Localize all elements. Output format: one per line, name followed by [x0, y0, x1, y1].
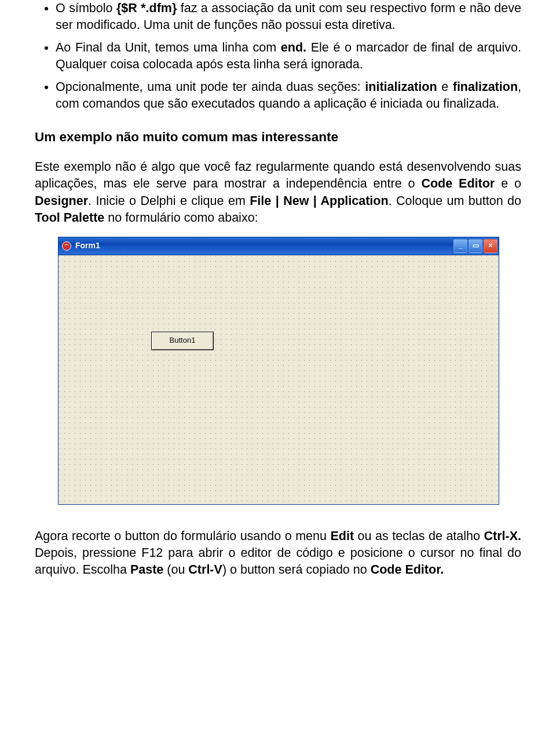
text-bold: end.: [281, 41, 306, 54]
bullet-item: Ao Final da Unit, temos uma linha com en…: [56, 39, 521, 73]
titlebar[interactable]: Form1 _ ▭ ×: [58, 237, 499, 255]
text: . Inicie o Delphi e clique em: [88, 194, 250, 208]
form-client-area[interactable]: Button1: [58, 255, 499, 504]
bullet-list: O símbolo {$R *.dfm} faz a associação da…: [35, 0, 521, 112]
text: (ou: [163, 563, 188, 577]
text: Ao Final da Unit, temos uma linha com: [56, 41, 281, 54]
text: e: [437, 80, 453, 94]
text-bold: Ctrl-X.: [484, 529, 522, 543]
close-button[interactable]: ×: [484, 239, 498, 253]
titlebar-left: Form1: [61, 240, 100, 251]
delphi-icon: [61, 241, 72, 251]
text-bold: finalization: [453, 80, 518, 94]
text: ) o button será copiado no: [222, 563, 371, 577]
text-bold: Edit: [330, 529, 354, 543]
text-bold: {$R *.dfm}: [116, 1, 177, 15]
text-bold: File | New | Application: [250, 194, 388, 208]
button1[interactable]: Button1: [151, 332, 214, 350]
bullet-item: Opcionalmente, uma unit pode ter ainda d…: [56, 79, 521, 112]
form-window: Form1 _ ▭ × Button1: [58, 237, 499, 505]
maximize-button[interactable]: ▭: [469, 239, 482, 253]
bullet-item: O símbolo {$R *.dfm} faz a associação da…: [56, 0, 521, 34]
text-bold: Tool Palette: [35, 211, 104, 225]
text-bold: initialization: [365, 80, 437, 94]
text: ou as teclas de atalho: [354, 529, 484, 543]
text: Opcionalmente, uma unit pode ter ainda d…: [56, 80, 365, 94]
text: Agora recorte o button do formulário usa…: [35, 529, 330, 543]
minimize-button[interactable]: _: [453, 239, 467, 253]
text-bold: Code Editor.: [371, 563, 444, 577]
section-heading: Um exemplo não muito comum mas interessa…: [35, 129, 521, 146]
svg-point-0: [63, 241, 71, 250]
text: e o: [495, 177, 521, 190]
titlebar-buttons: _ ▭ ×: [453, 239, 498, 253]
text-bold: Paste: [130, 563, 163, 577]
text-bold: Designer: [35, 194, 88, 208]
paragraph: Agora recorte o button do formulário usa…: [35, 528, 521, 578]
text: no formulário como abaixo:: [104, 211, 258, 225]
text-bold: Code Editor: [421, 177, 495, 190]
text: O símbolo: [56, 1, 116, 15]
close-icon: ×: [488, 241, 492, 250]
form-screenshot: Form1 _ ▭ × Button1: [58, 237, 498, 505]
text: . Coloque um button do: [389, 194, 521, 208]
window-title: Form1: [75, 240, 100, 251]
paragraph: Este exemplo não é algo que você faz reg…: [35, 159, 521, 226]
maximize-icon: ▭: [473, 241, 479, 250]
text-bold: Ctrl-V: [188, 563, 222, 577]
document-page: O símbolo {$R *.dfm} faz a associação da…: [0, 0, 556, 756]
minimize-icon: _: [459, 241, 463, 250]
